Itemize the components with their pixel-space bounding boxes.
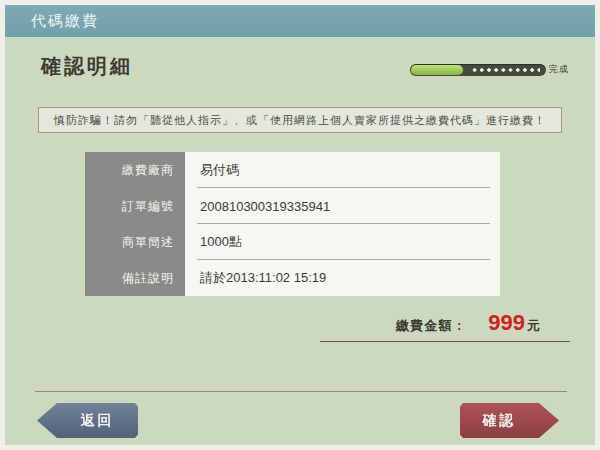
- row-value-vendor: 易付碼: [185, 152, 500, 188]
- back-button-label: 返回: [81, 412, 115, 430]
- progress-fill: [411, 65, 463, 75]
- progress-dots-icon: [471, 64, 540, 76]
- row-value-remarks: 請於2013:11:02 15:19: [185, 260, 500, 296]
- row-value-item-desc: 1000點: [185, 224, 500, 260]
- warning-banner: 慎防詐騙！請勿「聽從他人指示」、或「使用網路上個人賣家所提供之繳費代碼」進行繳費…: [38, 107, 562, 133]
- row-label-order-no: 訂單編號: [85, 188, 185, 224]
- amount-label: 繳費金額 :: [396, 317, 462, 335]
- header-title: 代碼繳費: [5, 5, 595, 37]
- confirm-button-label: 確認: [483, 412, 517, 430]
- progress-indicator: 完成: [410, 63, 569, 76]
- footer-divider: [35, 391, 567, 392]
- amount-row: 繳費金額 : 999 元: [396, 310, 540, 336]
- confirm-button[interactable]: 確認: [460, 403, 559, 438]
- progress-bar: [410, 64, 546, 76]
- amount-unit: 元: [527, 317, 540, 335]
- amount-divider: [320, 341, 570, 342]
- warning-text: 慎防詐騙！請勿「聽從他人指示」、或「使用網路上個人賣家所提供之繳費代碼」進行繳費…: [54, 114, 546, 126]
- details-table: 繳費廠商 易付碼 訂單編號 200810300319335941 商單簡述 10…: [85, 152, 500, 296]
- row-label-item-desc: 商單簡述: [85, 224, 185, 260]
- header-bar: 代碼繳費: [5, 5, 595, 37]
- amount-value: 999: [488, 310, 525, 336]
- row-value-order-no: 200810300319335941: [185, 188, 500, 224]
- row-label-vendor: 繳費廠商: [85, 152, 185, 188]
- progress-label: 完成: [549, 63, 569, 76]
- back-button[interactable]: 返回: [37, 403, 138, 438]
- row-label-remarks: 備註說明: [85, 260, 185, 296]
- kiosk-screen: 代碼繳費 確認明細 完成 慎防詐騙！請勿「聽從他人指示」、或「使用網路上個人賣家…: [0, 0, 600, 450]
- page-title: 確認明細: [41, 53, 133, 80]
